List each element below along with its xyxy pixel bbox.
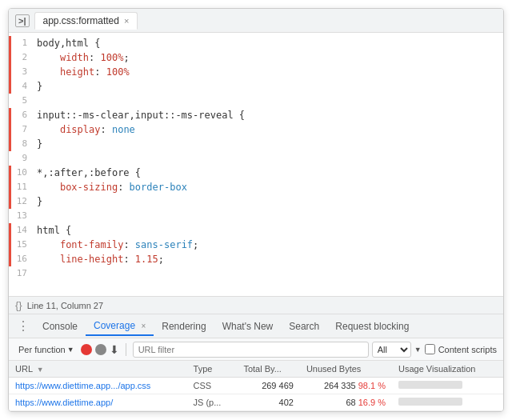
code-line-9: 9: [9, 151, 503, 166]
col-header-url[interactable]: URL ▼: [9, 361, 187, 378]
table-cell-url[interactable]: https://www.diettime.app/: [9, 394, 187, 411]
dropdown-arrow-2-icon: ▼: [414, 346, 422, 354]
sort-icon-url: ▼: [37, 366, 44, 374]
code-line-5: 5: [9, 94, 503, 108]
col-header-viz: Usage Visualization: [392, 361, 503, 378]
status-bar: {} Line 11, Column 27: [9, 296, 503, 314]
code-line-17: 17: [9, 266, 503, 281]
tab-request-blocking[interactable]: Request blocking: [327, 318, 417, 335]
record-button[interactable]: [81, 344, 92, 355]
code-line-3: 3 height: 100%: [9, 65, 503, 79]
table-cell-type: CSS: [187, 378, 238, 394]
type-filter-select[interactable]: All CSS JS: [372, 342, 411, 358]
code-line-2: 2 width: 100%;: [9, 50, 503, 65]
table-row[interactable]: https://www.diettime.app.../app.cssCSS26…: [9, 378, 503, 394]
table-cell-viz: [392, 378, 503, 394]
col-header-type[interactable]: Type: [187, 361, 238, 378]
devtools-window: >| app.css:formatted × 1 body,html { 2 w…: [8, 8, 504, 412]
editor-icon: >|: [15, 14, 30, 27]
code-line-7: 7 display: none: [9, 122, 503, 137]
col-header-unused[interactable]: Unused Bytes: [300, 361, 392, 378]
tab-rendering[interactable]: Rendering: [154, 318, 214, 335]
file-tab-bar: >| app.css:formatted ×: [9, 9, 503, 33]
table-header-row: URL ▼ Type Total By... Unused Bytes: [9, 361, 503, 378]
code-line-12: 12 }: [9, 194, 503, 209]
file-tab-close[interactable]: ×: [124, 16, 129, 26]
table-cell-total: 402: [237, 394, 299, 411]
table-row[interactable]: https://www.diettime.app/JS (p...40268 1…: [9, 394, 503, 411]
tab-whats-new[interactable]: What's New: [214, 318, 282, 335]
file-tab[interactable]: app.css:formatted ×: [34, 12, 138, 30]
table-cell-unused: 68 16.9 %: [300, 394, 392, 411]
code-editor[interactable]: 1 body,html { 2 width: 100%; 3 height: 1…: [9, 33, 503, 296]
code-line-4: 4 }: [9, 79, 503, 94]
code-line-13: 13: [9, 209, 503, 223]
toolbar-divider: [126, 343, 126, 356]
panel-tabs: ⋮ Console Coverage × Rendering What's Ne…: [9, 314, 503, 338]
curly-braces-icon: {}: [15, 299, 22, 311]
stop-button[interactable]: [95, 344, 106, 355]
tab-console[interactable]: Console: [34, 318, 86, 335]
panel-tabs-menu-icon[interactable]: ⋮: [12, 318, 34, 334]
coverage-table: URL ▼ Type Total By... Unused Bytes: [9, 361, 503, 411]
code-line-10: 10 *,:after,:before {: [9, 166, 503, 180]
table-cell-type: JS (p...: [187, 394, 238, 411]
bottom-panel: ⋮ Console Coverage × Rendering What's Ne…: [9, 314, 503, 411]
per-function-label: Per function: [18, 345, 66, 354]
download-button[interactable]: ⬇: [110, 343, 119, 356]
code-line-6: 6 input::-ms-clear,input::-ms-reveal {: [9, 108, 503, 122]
table-cell-viz: [392, 394, 503, 411]
url-filter-input[interactable]: [133, 342, 369, 358]
table-cell-url[interactable]: https://www.diettime.app.../app.css: [9, 378, 187, 394]
col-header-total[interactable]: Total By...: [237, 361, 299, 378]
tab-search[interactable]: Search: [281, 318, 327, 335]
file-tab-label: app.css:formatted: [43, 15, 119, 26]
code-line-16: 16 line-height: 1.15;: [9, 252, 503, 266]
coverage-tab-close[interactable]: ×: [141, 322, 146, 330]
dropdown-arrow-icon: ▼: [67, 346, 74, 354]
status-text: Line 11, Column 27: [27, 301, 103, 310]
content-scripts-checkbox[interactable]: [425, 344, 435, 354]
table-cell-unused: 264 335 98.1 %: [300, 378, 392, 394]
code-line-8: 8 }: [9, 137, 503, 151]
tab-coverage[interactable]: Coverage ×: [86, 317, 154, 336]
coverage-table-wrapper[interactable]: URL ▼ Type Total By... Unused Bytes: [9, 361, 503, 411]
code-line-11: 11 box-sizing: border-box: [9, 180, 503, 194]
code-area: 1 body,html { 2 width: 100%; 3 height: 1…: [9, 33, 503, 296]
code-line-1: 1 body,html {: [9, 36, 503, 50]
content-scripts-toggle[interactable]: Content scripts: [425, 344, 497, 354]
table-cell-total: 269 469: [237, 378, 299, 394]
code-line-14: 14 html {: [9, 223, 503, 238]
coverage-toolbar: Per function ▼ ⬇ All CSS JS ▼ Content sc…: [9, 338, 503, 361]
per-function-selector[interactable]: Per function ▼: [15, 343, 78, 356]
content-scripts-label: Content scripts: [438, 345, 497, 354]
code-line-15: 15 font-family: sans-serif;: [9, 238, 503, 252]
